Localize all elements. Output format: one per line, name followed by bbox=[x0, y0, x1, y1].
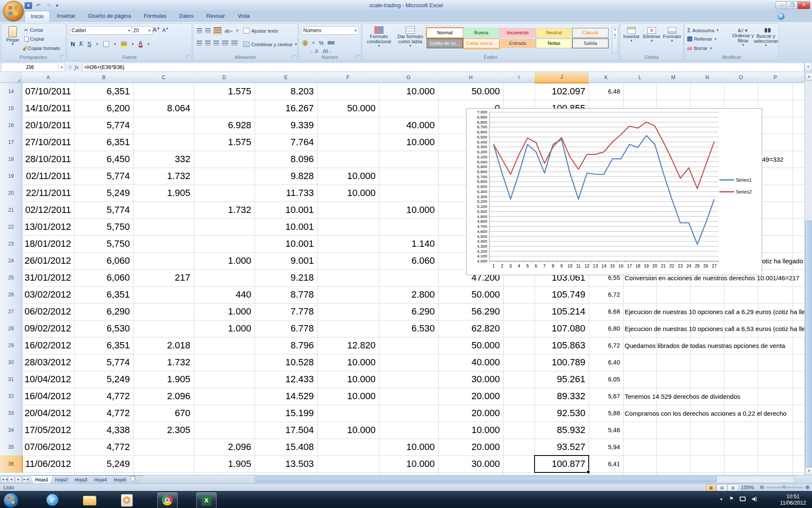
align-center-icon[interactable] bbox=[205, 41, 211, 45]
row-header-24[interactable]: 24 bbox=[0, 252, 22, 270]
font-color-icon[interactable]: A bbox=[139, 41, 143, 47]
dialog-launcher-icon[interactable] bbox=[60, 55, 65, 59]
cell-J28[interactable]: 107.080 bbox=[535, 320, 585, 337]
cell-J14[interactable]: 102.097 bbox=[535, 83, 585, 100]
cell-A28[interactable]: 09/02/2012 bbox=[22, 320, 71, 337]
sheet-tab-hoja3[interactable]: Hoja3 bbox=[70, 475, 92, 484]
autosum-button[interactable]: ΣAutosuma▼ bbox=[687, 27, 719, 33]
cell-C18[interactable]: 332 bbox=[133, 151, 190, 168]
cell-B25[interactable]: 6,060 bbox=[74, 269, 130, 286]
percent-style-icon[interactable]: % bbox=[319, 40, 324, 46]
zoom-slider-thumb[interactable]: ▽ bbox=[782, 485, 786, 489]
help-icon[interactable]: ? bbox=[777, 13, 785, 20]
cell-K26[interactable]: 6,72 bbox=[589, 286, 620, 303]
cell-E25[interactable]: 9.218 bbox=[255, 269, 314, 286]
cell-B19[interactable]: 5,774 bbox=[74, 168, 130, 185]
delete-cells-button[interactable]: ✕ Eliminar▼ bbox=[642, 27, 662, 43]
select-all-corner[interactable] bbox=[0, 72, 22, 83]
underline-button[interactable]: S bbox=[87, 41, 91, 47]
dialog-launcher-icon[interactable] bbox=[356, 55, 360, 59]
vertical-scrollbar[interactable]: ▲ ▼ bbox=[804, 72, 812, 475]
cell-J35[interactable]: 93.527 bbox=[535, 439, 585, 456]
annotation-row-33[interactable]: Compramos con los derechos acciones a 0,… bbox=[625, 405, 812, 422]
cut-button[interactable]: ✂Cortar bbox=[24, 27, 44, 33]
cell-F31[interactable]: 10.000 bbox=[317, 371, 376, 388]
align-top-icon[interactable] bbox=[197, 28, 202, 33]
cell-H35[interactable]: 20.000 bbox=[438, 439, 500, 456]
cell-A35[interactable]: 07/06/2012 bbox=[22, 439, 71, 456]
ribbon-tab-revisar[interactable]: Revisar bbox=[200, 11, 231, 22]
align-left-icon[interactable] bbox=[197, 41, 202, 45]
horizontal-scrollbar[interactable] bbox=[254, 476, 794, 483]
cell-B21[interactable]: 5,774 bbox=[74, 202, 130, 218]
cell-K14[interactable]: 6,48 bbox=[589, 83, 620, 100]
comma-style-icon[interactable]: 000 bbox=[327, 41, 335, 45]
cell-B17[interactable]: 6,351 bbox=[74, 134, 130, 151]
cell-K36[interactable]: 6,41 bbox=[589, 456, 620, 472]
ribbon-tab-inicio[interactable]: Inicio bbox=[25, 11, 50, 22]
cell-G24[interactable]: 6.060 bbox=[379, 252, 435, 269]
cell-K29[interactable]: 6,72 bbox=[589, 337, 620, 354]
fx-icon[interactable]: fx bbox=[74, 64, 78, 70]
cell-K28[interactable]: 6,80 bbox=[589, 320, 620, 337]
taskbar-clock[interactable]: 10:51 11/06/2012 bbox=[780, 494, 806, 506]
cell-J31[interactable]: 95.261 bbox=[535, 371, 585, 388]
cell-E27[interactable]: 7.778 bbox=[255, 303, 314, 320]
cell-A24[interactable]: 26/01/2012 bbox=[22, 252, 71, 269]
cell-H28[interactable]: 62.820 bbox=[438, 320, 500, 337]
cell-C30[interactable]: 1.732 bbox=[133, 354, 190, 371]
cell-style-neutral[interactable]: Neutral bbox=[536, 28, 572, 38]
cell-B31[interactable]: 5,249 bbox=[74, 371, 130, 388]
column-header-E[interactable]: E bbox=[255, 72, 318, 83]
cell-J26[interactable]: 105.749 bbox=[535, 286, 585, 303]
sheet-tab-hoja1[interactable]: Hoja1 bbox=[30, 475, 53, 484]
tray-expand-icon[interactable]: ▲ bbox=[719, 497, 723, 501]
row-header-34[interactable]: 34 bbox=[0, 422, 22, 439]
clear-button[interactable]: Borrar▼ bbox=[687, 46, 713, 51]
normal-view-icon[interactable]: ▦ bbox=[705, 484, 716, 491]
column-header-K[interactable]: K bbox=[589, 72, 624, 83]
column-header-O[interactable]: O bbox=[724, 72, 758, 83]
chrome-taskbar-button[interactable] bbox=[157, 492, 178, 508]
cell-B30[interactable]: 5,774 bbox=[74, 354, 130, 371]
row-header-25[interactable]: 25 bbox=[0, 269, 22, 287]
row-header-29[interactable]: 29 bbox=[0, 337, 22, 354]
shrink-font-icon[interactable]: A▼ bbox=[162, 27, 168, 33]
cell-C19[interactable]: 1.732 bbox=[133, 168, 190, 185]
column-header-M[interactable]: M bbox=[656, 72, 691, 83]
cell-J30[interactable]: 100.789 bbox=[535, 354, 585, 371]
cell-B16[interactable]: 5,774 bbox=[74, 117, 130, 134]
cell-H26[interactable]: 50.000 bbox=[438, 286, 500, 303]
title-bar[interactable]: scale-trading - Microsoft Excel – ❐ ✕ bbox=[0, 0, 812, 11]
cell-style-c-lculo[interactable]: Cálculo bbox=[572, 28, 609, 38]
cell-F20[interactable]: 10.000 bbox=[317, 185, 376, 202]
number-format-select[interactable]: Número▼ bbox=[302, 26, 359, 35]
cell-B26[interactable]: 6,351 bbox=[74, 286, 130, 303]
wrap-text-button[interactable]: Ajustar texto bbox=[243, 28, 278, 33]
cell-H33[interactable]: 20.000 bbox=[438, 405, 500, 422]
annotation-row-29[interactable]: Quedamos librados de todas nuestras opci… bbox=[625, 337, 812, 354]
cell-E29[interactable]: 8.796 bbox=[255, 337, 314, 354]
first-sheet-icon[interactable]: ◄◄ bbox=[1, 476, 7, 483]
borders-icon[interactable] bbox=[103, 41, 109, 47]
fill-color-icon[interactable] bbox=[121, 41, 127, 47]
insert-cells-button[interactable]: Insertar▼ bbox=[621, 27, 642, 43]
cell-A15[interactable]: 14/10/2011 bbox=[22, 100, 71, 117]
cell-K27[interactable]: 6,68 bbox=[589, 303, 620, 320]
row-header-21[interactable]: 21 bbox=[0, 202, 22, 219]
column-header-L[interactable]: L bbox=[623, 72, 657, 83]
cell-D28[interactable]: 1.000 bbox=[194, 320, 251, 337]
column-header-G[interactable]: G bbox=[379, 72, 439, 83]
undo-icon[interactable]: ↶ bbox=[35, 2, 42, 9]
cell-K35[interactable]: 5,94 bbox=[589, 439, 620, 456]
cell-style-normal[interactable]: Normal bbox=[427, 28, 463, 38]
cell-G14[interactable]: 10.000 bbox=[379, 83, 435, 100]
cell-G36[interactable]: 10.000 bbox=[379, 456, 435, 472]
cell-A26[interactable]: 03/02/2012 bbox=[22, 286, 71, 303]
column-header-C[interactable]: C bbox=[133, 72, 194, 83]
cell-H29[interactable]: 50.000 bbox=[438, 337, 500, 354]
volume-icon[interactable]: ◀) bbox=[752, 496, 757, 502]
cell-E21[interactable]: 10.001 bbox=[255, 202, 314, 218]
internet-explorer-icon[interactable]: e bbox=[47, 494, 58, 506]
cell-E26[interactable]: 8.778 bbox=[255, 286, 314, 303]
